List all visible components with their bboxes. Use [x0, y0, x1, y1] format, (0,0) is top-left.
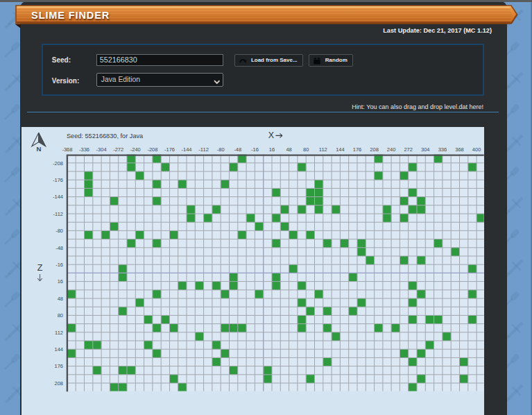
svg-text:Seed: 552166830, for Java: Seed: 552166830, for Java — [66, 133, 143, 139]
svg-text:-80: -80 — [55, 228, 63, 234]
svg-text:-208: -208 — [147, 146, 157, 153]
svg-text:304: 304 — [421, 146, 430, 153]
svg-text:-304: -304 — [96, 146, 106, 153]
svg-text:-16: -16 — [250, 146, 258, 153]
svg-text:176: 176 — [352, 146, 361, 153]
svg-text:-176: -176 — [52, 177, 62, 183]
svg-text:-80: -80 — [216, 146, 224, 153]
svg-text:-336: -336 — [78, 146, 89, 153]
svg-text:-272: -272 — [113, 146, 123, 153]
svg-text:-112: -112 — [198, 146, 208, 153]
svg-text:80: 80 — [57, 312, 62, 319]
svg-text:-48: -48 — [55, 245, 63, 251]
svg-text:16: 16 — [57, 279, 62, 285]
svg-text:X: X — [268, 130, 274, 140]
svg-text:Z: Z — [37, 263, 42, 273]
svg-text:176: 176 — [54, 364, 63, 370]
svg-text:48: 48 — [286, 146, 291, 153]
svg-text:272: 272 — [404, 146, 413, 153]
svg-text:112: 112 — [318, 146, 327, 153]
svg-text:368: 368 — [455, 146, 464, 153]
svg-text:48: 48 — [57, 296, 62, 302]
svg-text:N: N — [36, 146, 41, 153]
svg-text:208: 208 — [370, 146, 379, 153]
svg-text:-208: -208 — [52, 160, 62, 167]
svg-text:208: 208 — [54, 380, 63, 387]
svg-text:112: 112 — [55, 330, 63, 336]
svg-text:-48: -48 — [234, 146, 241, 153]
svg-text:-240: -240 — [130, 146, 140, 153]
svg-text:144: 144 — [336, 146, 345, 153]
svg-text:-112: -112 — [53, 211, 62, 217]
svg-text:16: 16 — [268, 146, 274, 153]
svg-text:240: 240 — [386, 146, 395, 153]
svg-text:-16: -16 — [55, 262, 63, 268]
svg-text:400: 400 — [472, 146, 481, 153]
svg-text:336: 336 — [438, 146, 447, 153]
svg-text:80: 80 — [303, 146, 309, 153]
svg-text:-144: -144 — [181, 146, 191, 153]
svg-text:144: 144 — [54, 346, 63, 353]
svg-text:-144: -144 — [52, 194, 62, 201]
svg-text:-368: -368 — [62, 146, 72, 153]
svg-text:-176: -176 — [164, 146, 174, 153]
